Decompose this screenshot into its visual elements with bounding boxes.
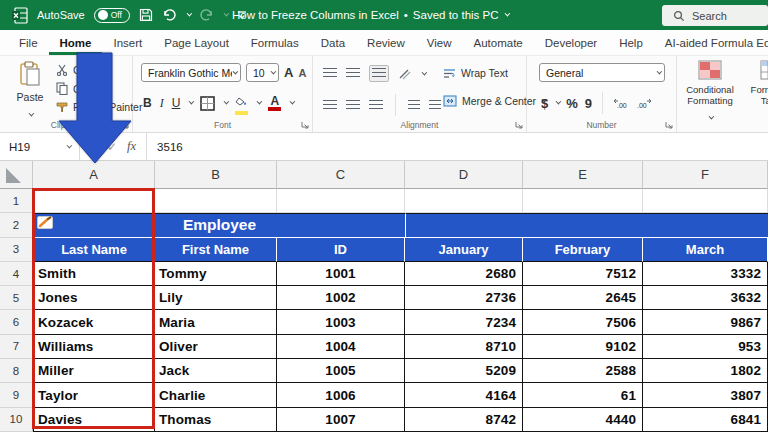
menu-tab-formulas[interactable]: Formulas [240, 30, 310, 55]
row-header-7[interactable]: 7 [0, 335, 33, 359]
data-cell[interactable]: 7234 [405, 310, 523, 334]
fill-color-button[interactable] [235, 92, 248, 115]
row-header-5[interactable]: 5 [0, 286, 33, 310]
doc-status-dropdown-icon[interactable] [504, 11, 510, 17]
data-cell[interactable]: 3632 [643, 286, 768, 310]
data-cell[interactable]: 7506 [523, 310, 643, 334]
data-cell[interactable]: Miller [33, 359, 155, 383]
grow-font-button[interactable]: A [284, 65, 293, 80]
table-header-first-name[interactable]: First Name [155, 238, 277, 262]
formula-input[interactable]: 3516 [147, 141, 183, 153]
data-cell[interactable]: Charlie [155, 383, 277, 407]
data-cell[interactable]: 2680 [405, 262, 523, 286]
data-cell[interactable]: Taylor [33, 383, 155, 407]
percent-style-button[interactable]: % [566, 96, 578, 111]
table-header-march[interactable]: March [643, 238, 768, 262]
data-cell[interactable]: Smith [33, 262, 155, 286]
data-cell[interactable]: 2645 [523, 286, 643, 310]
menu-tab-data[interactable]: Data [310, 30, 356, 55]
align-middle-icon[interactable] [346, 68, 360, 79]
redo-dropdown-icon[interactable] [223, 11, 229, 17]
data-cell[interactable]: 5209 [405, 359, 523, 383]
data-cell[interactable]: 953 [643, 335, 768, 359]
increase-decimal-icon[interactable]: .00 [613, 98, 629, 109]
align-bottom-button[interactable] [369, 65, 389, 82]
font-name-select[interactable]: Franklin Gothic Me [141, 63, 241, 82]
cell[interactable] [405, 189, 523, 213]
currency-button[interactable]: $ [541, 96, 548, 111]
menu-tab-ai-aided-formula-editor[interactable]: AI-aided Formula Editor [654, 30, 768, 55]
column-header-e[interactable]: E [523, 161, 643, 189]
table-banner-extension[interactable] [405, 213, 768, 237]
save-icon[interactable] [139, 8, 153, 22]
increase-indent-icon[interactable] [429, 100, 441, 111]
underline-dropdown-icon[interactable] [189, 99, 195, 105]
data-cell[interactable]: 7512 [523, 262, 643, 286]
align-left-icon[interactable] [323, 100, 337, 111]
column-header-f[interactable]: F [643, 161, 768, 189]
menu-tab-view[interactable]: View [416, 30, 463, 55]
borders-icon[interactable] [200, 96, 215, 111]
number-dialog-launcher-icon[interactable] [665, 121, 673, 129]
data-cell[interactable]: 3332 [643, 262, 768, 286]
wrap-text-label[interactable]: Wrap Text [461, 67, 508, 79]
orientation-icon[interactable] [398, 67, 412, 80]
table-header-january[interactable]: January [405, 238, 523, 262]
orientation-dropdown-icon[interactable] [422, 69, 428, 75]
data-cell[interactable]: 1006 [277, 383, 405, 407]
row-header-4[interactable]: 4 [0, 262, 33, 286]
data-cell[interactable]: Tommy [155, 262, 277, 286]
column-header-b[interactable]: B [155, 161, 277, 189]
search-box[interactable]: Search [662, 5, 768, 26]
conditional-formatting-button[interactable]: Conditional Formatting [681, 60, 739, 124]
column-header-c[interactable]: C [277, 161, 405, 189]
row-header-1[interactable]: 1 [0, 189, 33, 213]
cell[interactable] [643, 189, 768, 213]
row-header-8[interactable]: 8 [0, 359, 33, 383]
data-cell[interactable]: 6841 [643, 408, 768, 432]
cell[interactable] [523, 189, 643, 213]
data-cell[interactable]: 4440 [523, 408, 643, 432]
menu-tab-automate[interactable]: Automate [463, 30, 534, 55]
data-cell[interactable]: 8742 [405, 408, 523, 432]
data-cell[interactable]: 8710 [405, 335, 523, 359]
table-header-february[interactable]: February [523, 238, 643, 262]
font-dialog-launcher-icon[interactable] [301, 121, 309, 129]
redo-icon[interactable] [199, 8, 214, 22]
undo-dropdown-icon[interactable] [186, 11, 192, 17]
data-cell[interactable]: 1002 [277, 286, 405, 310]
paste-button[interactable]: Paste [10, 61, 50, 121]
row-header-3[interactable]: 3 [0, 238, 33, 262]
select-all-button[interactable] [0, 161, 33, 189]
data-cell[interactable]: 1802 [643, 359, 768, 383]
data-cell[interactable]: 1004 [277, 335, 405, 359]
data-cell[interactable]: 9867 [643, 310, 768, 334]
cell[interactable] [155, 189, 277, 213]
data-cell[interactable]: 4164 [405, 383, 523, 407]
decrease-indent-icon[interactable] [408, 100, 420, 111]
menu-tab-help[interactable]: Help [608, 30, 654, 55]
align-center-icon[interactable] [346, 100, 360, 111]
fill-color-dropdown-icon[interactable] [257, 99, 263, 105]
row-header-6[interactable]: 6 [0, 310, 33, 334]
data-cell[interactable]: Kozacek [33, 310, 155, 334]
undo-icon[interactable] [162, 8, 177, 22]
autosave-toggle[interactable]: Off [94, 8, 130, 23]
column-header-d[interactable]: D [405, 161, 523, 189]
comma-style-button[interactable]: 9 [585, 96, 592, 111]
menu-tab-developer[interactable]: Developer [534, 30, 608, 55]
currency-dropdown-icon[interactable] [556, 99, 562, 105]
align-top-icon[interactable] [323, 68, 337, 79]
shrink-font-button[interactable]: A [298, 67, 306, 79]
menu-tab-file[interactable]: File [8, 30, 49, 55]
row-header-2[interactable]: 2 [0, 213, 33, 237]
data-cell[interactable]: Maria [155, 310, 277, 334]
underline-button[interactable]: U [172, 96, 181, 110]
data-cell[interactable]: 2588 [523, 359, 643, 383]
data-cell[interactable]: Lily [155, 286, 277, 310]
data-cell[interactable]: Thomas [155, 408, 277, 432]
menu-tab-page-layout[interactable]: Page Layout [153, 30, 240, 55]
borders-dropdown-icon[interactable] [224, 99, 230, 105]
document-title[interactable]: How to Freeze Columns in Excel • Saved t… [232, 0, 508, 30]
menu-tab-review[interactable]: Review [356, 30, 416, 55]
